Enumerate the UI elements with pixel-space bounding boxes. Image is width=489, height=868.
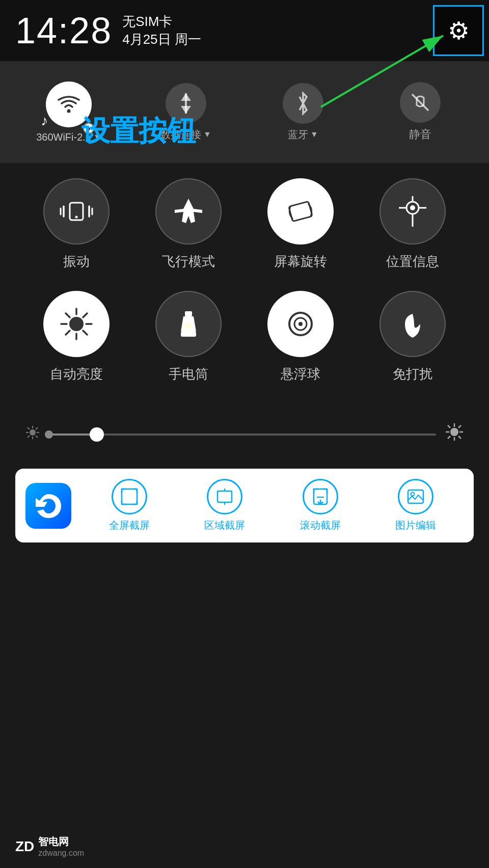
location-label: 位置信息 xyxy=(386,253,439,270)
watermark: ZD 智电网 zdwang.com xyxy=(15,835,84,858)
svg-point-33 xyxy=(185,322,192,329)
svg-line-45 xyxy=(28,436,30,438)
svg-point-16 xyxy=(410,205,415,210)
svg-line-53 xyxy=(458,425,461,428)
screen-rotate-icon xyxy=(267,178,334,245)
floating-ball-icon xyxy=(267,291,334,357)
brightness-low-icon xyxy=(25,425,40,443)
flashlight-label: 手电筒 xyxy=(169,365,208,383)
region-screenshot-label: 区域截屏 xyxy=(204,519,245,532)
screenshot-options: 全屏截屏 区域截屏 xyxy=(82,479,464,532)
svg-line-52 xyxy=(458,436,461,439)
quick-tiles-row2: 自动亮度 手电筒 悬浮球 xyxy=(20,291,469,383)
no-sim-label: 无SIM卡 xyxy=(122,13,201,31)
svg-line-54 xyxy=(448,436,450,439)
svg-point-63 xyxy=(411,493,415,496)
watermark-zd-text: ZD xyxy=(15,839,34,854)
flashlight-tile[interactable]: 手电筒 xyxy=(138,291,239,383)
annotation-arrow xyxy=(311,15,474,117)
svg-point-37 xyxy=(30,429,36,436)
scroll-screenshot-label: 滚动截屏 xyxy=(300,519,341,532)
svg-line-44 xyxy=(36,427,38,429)
dnd-icon xyxy=(379,291,446,357)
svg-marker-4 xyxy=(181,93,191,101)
region-screenshot-option[interactable]: 区域截屏 xyxy=(204,479,245,532)
auto-brightness-tile[interactable]: 自动亮度 xyxy=(25,291,127,383)
screen-rotate-tile[interactable]: 屏幕旋转 xyxy=(250,178,351,270)
svg-point-36 xyxy=(298,322,303,326)
svg-rect-55 xyxy=(122,489,137,504)
vibrate-icon xyxy=(43,178,110,245)
screenshot-app-icon[interactable] xyxy=(25,483,71,529)
airplane-tile[interactable]: 飞行模式 xyxy=(138,178,239,270)
brightness-high-icon xyxy=(445,423,464,446)
clock: 14:28 xyxy=(15,10,112,51)
floating-ball-label: 悬浮球 xyxy=(281,365,320,383)
svg-rect-30 xyxy=(185,311,192,316)
annotation-label: 设置按钮 xyxy=(82,112,196,151)
date-info: 无SIM卡 4月25日 周一 xyxy=(122,13,201,48)
dnd-tile[interactable]: 免打扰 xyxy=(362,291,464,383)
date-label: 4月25日 周一 xyxy=(122,31,201,48)
svg-line-42 xyxy=(28,427,30,429)
svg-rect-62 xyxy=(408,490,423,503)
svg-point-13 xyxy=(75,216,78,219)
location-icon xyxy=(379,178,446,245)
watermark-url: zdwang.com xyxy=(38,849,84,858)
region-screenshot-icon xyxy=(207,479,242,514)
bluetooth-label: 蓝牙 ▼ xyxy=(288,128,318,142)
flashlight-icon xyxy=(155,291,222,357)
auto-brightness-icon xyxy=(43,291,110,357)
svg-rect-32 xyxy=(181,332,196,337)
floating-ball-tile[interactable]: 悬浮球 xyxy=(250,291,351,383)
edit-image-label: 图片编辑 xyxy=(395,519,436,532)
silent-label: 静音 xyxy=(409,127,431,142)
fullscreen-screenshot-icon xyxy=(112,479,147,514)
vibrate-tile[interactable]: 振动 xyxy=(25,178,127,270)
screenshot-panel: 全屏截屏 区域截屏 xyxy=(15,469,474,542)
svg-line-51 xyxy=(448,425,450,428)
svg-point-21 xyxy=(69,317,84,331)
svg-line-26 xyxy=(66,313,70,317)
brightness-slider[interactable] xyxy=(0,413,489,456)
airplane-icon xyxy=(155,178,222,245)
brightness-track[interactable] xyxy=(49,433,436,436)
svg-line-29 xyxy=(66,331,70,335)
music-note-icon: ♪ xyxy=(41,113,48,129)
svg-line-43 xyxy=(36,436,38,438)
vibrate-label: 振动 xyxy=(63,253,90,270)
fullscreen-screenshot-label: 全屏截屏 xyxy=(109,519,150,532)
svg-point-2 xyxy=(67,109,71,113)
svg-line-27 xyxy=(83,331,87,335)
svg-point-46 xyxy=(450,428,458,436)
edit-image-icon xyxy=(398,479,433,514)
quick-tiles-row1: 振动 飞行模式 屏幕旋转 xyxy=(20,178,469,270)
svg-rect-56 xyxy=(218,491,232,502)
airplane-label: 飞行模式 xyxy=(162,253,215,270)
location-tile[interactable]: 位置信息 xyxy=(362,178,464,270)
auto-brightness-label: 自动亮度 xyxy=(50,365,103,383)
fullscreen-screenshot-option[interactable]: 全屏截屏 xyxy=(109,479,150,532)
quick-tiles-grid: 振动 飞行模式 屏幕旋转 xyxy=(0,163,489,419)
dnd-label: 免打扰 xyxy=(393,365,432,383)
watermark-site-name: 智电网 xyxy=(38,835,84,849)
scroll-screenshot-icon xyxy=(303,479,338,514)
svg-line-28 xyxy=(83,313,87,317)
screen-rotate-label: 屏幕旋转 xyxy=(274,253,327,270)
scroll-screenshot-option[interactable]: 滚动截屏 xyxy=(300,479,341,532)
edit-image-option[interactable]: 图片编辑 xyxy=(395,479,436,532)
svg-line-1 xyxy=(321,36,443,107)
